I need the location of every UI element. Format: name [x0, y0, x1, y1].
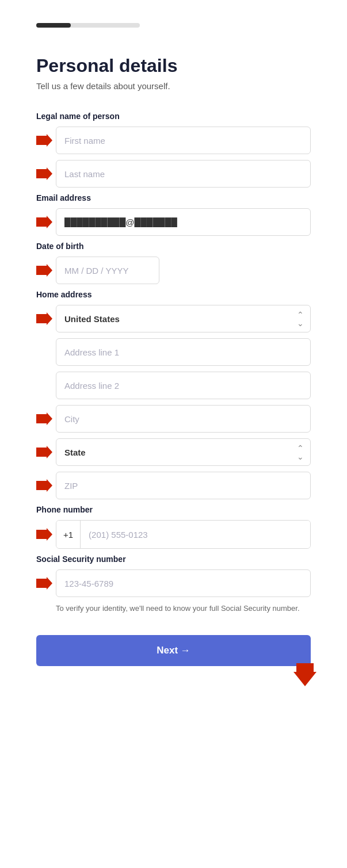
next-button[interactable]: Next → — [36, 635, 311, 666]
country-select-wrapper: United States Canada United Kingdom ⌃ ⌄ — [56, 305, 311, 332]
city-input[interactable] — [56, 405, 311, 433]
svg-marker-9 — [36, 577, 52, 590]
svg-marker-1 — [36, 167, 52, 180]
dob-arrow — [36, 262, 52, 278]
svg-marker-10 — [293, 663, 317, 686]
legal-name-label: Legal name of person — [36, 112, 311, 121]
next-button-label: Next → — [157, 645, 190, 656]
svg-marker-4 — [36, 312, 52, 325]
city-row — [36, 405, 311, 433]
phone-arrow — [36, 526, 52, 542]
phone-field-group: +1 — [56, 520, 311, 549]
last-name-arrow — [36, 166, 52, 182]
country-select[interactable]: United States Canada United Kingdom — [56, 305, 311, 332]
state-arrow — [36, 444, 52, 460]
ssn-hint: To verify your identity, we'll need to k… — [56, 603, 311, 614]
progress-bar — [36, 23, 140, 28]
phone-row: +1 — [36, 520, 311, 549]
email-input[interactable] — [56, 208, 311, 236]
state-row: State Alabama California New York Texas … — [36, 438, 311, 466]
city-arrow — [36, 411, 52, 427]
svg-marker-6 — [36, 446, 52, 458]
svg-marker-5 — [36, 412, 52, 425]
email-label: Email address — [36, 193, 311, 202]
zip-row — [36, 472, 311, 499]
page-container: Personal details Tell us a few details a… — [0, 0, 347, 689]
address2-row — [56, 372, 311, 399]
email-arrow — [36, 214, 52, 230]
last-name-input[interactable] — [56, 160, 311, 188]
first-name-input[interactable] — [56, 127, 311, 154]
zip-arrow — [36, 477, 52, 494]
ssn-input[interactable] — [56, 569, 311, 597]
svg-marker-3 — [36, 264, 52, 277]
svg-marker-8 — [36, 528, 52, 541]
svg-marker-7 — [36, 479, 52, 492]
dob-row — [36, 257, 311, 284]
phone-label: Phone number — [36, 505, 311, 514]
country-row: United States Canada United Kingdom ⌃ ⌄ — [36, 305, 311, 332]
dob-label: Date of birth — [36, 242, 311, 251]
progress-bar-fill — [36, 23, 71, 28]
ssn-label: Social Security number — [36, 555, 311, 564]
email-row — [36, 208, 311, 236]
address2-input[interactable] — [56, 372, 311, 399]
ssn-arrow — [36, 575, 52, 591]
dob-input[interactable] — [56, 257, 159, 284]
phone-input[interactable] — [81, 521, 310, 548]
next-arrow-overlay — [293, 663, 317, 689]
phone-prefix: +1 — [56, 521, 81, 548]
page-subtitle: Tell us a few details about yourself. — [36, 81, 311, 91]
first-name-row — [36, 127, 311, 154]
country-arrow — [36, 311, 52, 327]
address1-input[interactable] — [56, 338, 311, 366]
address1-row — [56, 338, 311, 366]
first-name-arrow — [36, 132, 52, 148]
ssn-row — [36, 569, 311, 597]
page-title: Personal details — [36, 55, 311, 77]
svg-marker-2 — [36, 216, 52, 228]
state-select[interactable]: State Alabama California New York Texas — [56, 438, 311, 466]
home-address-label: Home address — [36, 290, 311, 299]
svg-marker-0 — [36, 134, 52, 147]
state-select-wrapper: State Alabama California New York Texas … — [56, 438, 311, 466]
zip-input[interactable] — [56, 472, 311, 499]
last-name-row — [36, 160, 311, 188]
